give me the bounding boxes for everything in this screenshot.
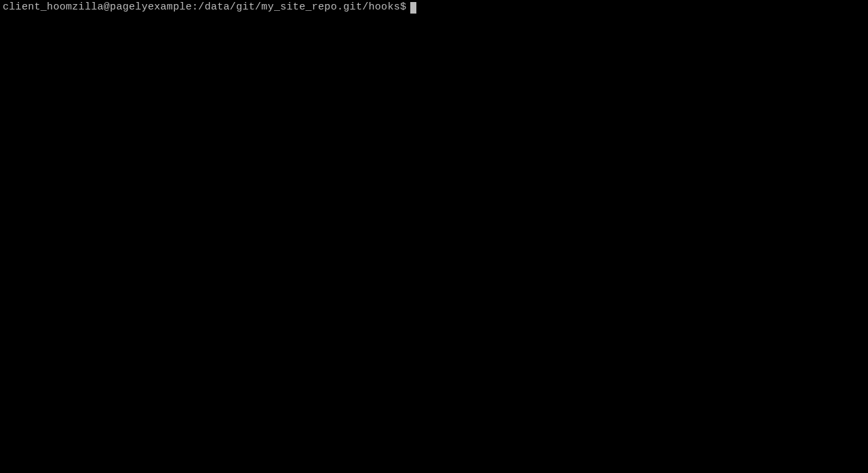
cursor-icon bbox=[410, 2, 416, 14]
terminal-window[interactable]: client_hoomzilla@pagelyexample:/data/git… bbox=[0, 0, 868, 473]
prompt-line: client_hoomzilla@pagelyexample:/data/git… bbox=[3, 1, 865, 14]
shell-prompt: client_hoomzilla@pagelyexample:/data/git… bbox=[3, 1, 406, 14]
